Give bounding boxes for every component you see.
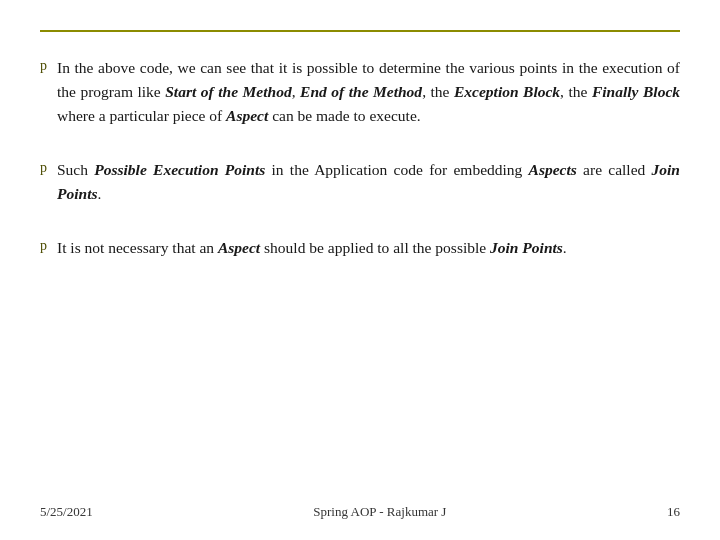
keyword-exception-block: Exception Block — [454, 83, 560, 100]
bullet-text-1: In the above code, we can see that it is… — [57, 56, 680, 128]
footer-date: 5/25/2021 — [40, 504, 93, 520]
slide-container: p In the above code, we can see that it … — [0, 0, 720, 540]
keyword-finally-block: Finally Block — [592, 83, 680, 100]
bullet-marker-3: p — [40, 238, 47, 254]
bullet-item-2: p Such Possible Execution Points in the … — [40, 158, 680, 206]
footer-title: Spring AOP - Rajkumar J — [313, 504, 446, 520]
bullet-marker-2: p — [40, 160, 47, 176]
keyword-aspect-2: Aspect — [218, 239, 260, 256]
top-rule — [40, 30, 680, 32]
footer-page-number: 16 — [667, 504, 680, 520]
slide-footer: 5/25/2021 Spring AOP - Rajkumar J 16 — [40, 494, 680, 520]
bullet-marker-1: p — [40, 58, 47, 74]
keyword-start-of-method: Start of the Method — [165, 83, 291, 100]
keyword-possible-execution-points: Possible Execution Points — [94, 161, 265, 178]
keyword-join-points-2: Join Points — [490, 239, 563, 256]
bullet-item-1: p In the above code, we can see that it … — [40, 56, 680, 128]
keyword-aspects: Aspects — [529, 161, 577, 178]
bullet-text-2: Such Possible Execution Points in the Ap… — [57, 158, 680, 206]
bullet-text-3: It is not necessary that an Aspect shoul… — [57, 236, 567, 260]
keyword-end-of-method: End of the Method — [300, 83, 422, 100]
keyword-aspect-1: Aspect — [226, 107, 268, 124]
content-area: p In the above code, we can see that it … — [40, 56, 680, 260]
bullet-item-3: p It is not necessary that an Aspect sho… — [40, 236, 680, 260]
